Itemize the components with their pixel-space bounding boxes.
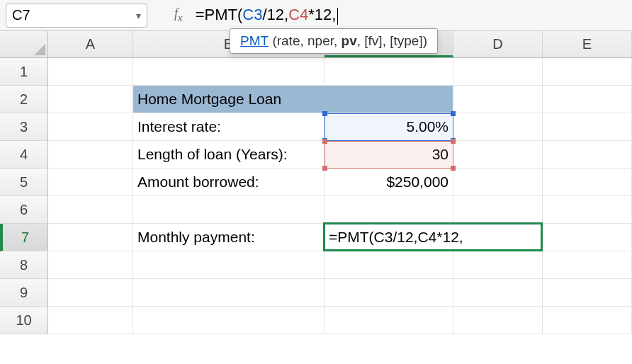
cell-D5[interactable] [453, 169, 543, 196]
active-cell-editor[interactable]: =PMT(C3/12,C4*12, [326, 225, 538, 249]
col-header-E[interactable]: E [543, 31, 632, 57]
row-header-2[interactable]: 2 [0, 86, 48, 113]
cell-A8[interactable] [48, 251, 133, 279]
name-box[interactable]: C7 ▾ [6, 4, 147, 28]
select-all-corner[interactable] [0, 31, 48, 57]
cell-C8[interactable] [325, 251, 453, 279]
cell-E2[interactable] [543, 86, 632, 113]
cell-B7[interactable]: Monthly payment: [133, 224, 325, 251]
cell-C4[interactable]: 30 [325, 141, 453, 169]
row-header-6[interactable]: 6 [0, 196, 48, 224]
cell-C10[interactable] [325, 307, 453, 334]
cell-C5[interactable]: $250,000 [325, 169, 453, 196]
cell-A3[interactable] [48, 113, 133, 141]
cell-D8[interactable] [453, 251, 543, 279]
chevron-down-icon[interactable]: ▾ [136, 10, 141, 21]
cell-A10[interactable] [48, 307, 133, 334]
row-header-3[interactable]: 3 [0, 113, 48, 141]
row-header-4[interactable]: 4 [0, 141, 48, 169]
svg-marker-0 [34, 44, 45, 55]
cell-E4[interactable] [543, 141, 632, 169]
name-box-value: C7 [12, 7, 30, 23]
formula-input[interactable]: =PMT(C3/12,C4*12, [196, 6, 626, 24]
cell-B1[interactable] [133, 58, 325, 86]
cell-D2[interactable] [453, 86, 543, 113]
cell-E5[interactable] [543, 169, 632, 196]
cell-B10[interactable] [133, 307, 325, 334]
spreadsheet: A B C D E 1 2 3 4 5 6 7 8 9 10 [0, 31, 632, 334]
cell-A9[interactable] [48, 279, 133, 307]
cell-B6[interactable] [133, 196, 325, 224]
row-header-9[interactable]: 9 [0, 279, 48, 307]
function-tooltip: PMT (rate, nper, pv, [fv], [type]) [230, 28, 438, 54]
cell-D3[interactable] [453, 113, 543, 141]
formula-bar: C7 ▾ fx =PMT(C3/12,C4*12, [0, 0, 632, 31]
cell-C6[interactable] [325, 196, 453, 224]
row-header-10[interactable]: 10 [0, 307, 48, 334]
cell-E7[interactable] [543, 224, 632, 251]
cell-A7[interactable] [48, 224, 133, 251]
fx-icon[interactable]: fx [174, 6, 183, 24]
cell-B9[interactable] [133, 279, 325, 307]
cell-E8[interactable] [543, 251, 632, 279]
row-header-8[interactable]: 8 [0, 251, 48, 279]
text-caret [337, 8, 338, 25]
cell-A5[interactable] [48, 169, 133, 196]
row-header-7[interactable]: 7 [0, 224, 48, 251]
cell-E10[interactable] [543, 307, 632, 334]
tooltip-fn-link[interactable]: PMT [240, 33, 269, 48]
cell-B2-C2-merged[interactable]: Home Mortgage Loan [133, 86, 453, 113]
select-all-triangle-icon [34, 44, 45, 55]
cell-E6[interactable] [543, 196, 632, 224]
cell-E1[interactable] [543, 58, 632, 86]
cell-D4[interactable] [453, 141, 543, 169]
row-headers: 1 2 3 4 5 6 7 8 9 10 [0, 58, 48, 334]
row-header-1[interactable]: 1 [0, 58, 48, 86]
cell-C9[interactable] [325, 279, 453, 307]
cell-E3[interactable] [543, 113, 632, 141]
cell-C1[interactable] [325, 58, 453, 86]
cell-A6[interactable] [48, 196, 133, 224]
cell-grid[interactable]: Home Mortgage Loan Interest rate: 5.00% … [48, 58, 632, 334]
cell-D10[interactable] [453, 307, 543, 334]
cell-B5[interactable]: Amount borrowed: [133, 169, 325, 196]
cell-A2[interactable] [48, 86, 133, 113]
cell-D1[interactable] [453, 58, 543, 86]
cell-A4[interactable] [48, 141, 133, 169]
cell-B3[interactable]: Interest rate: [133, 113, 325, 141]
col-header-D[interactable]: D [453, 31, 543, 57]
cell-D9[interactable] [453, 279, 543, 307]
col-header-A[interactable]: A [48, 31, 133, 57]
cell-E9[interactable] [543, 279, 632, 307]
cell-A1[interactable] [48, 58, 133, 86]
cell-D6[interactable] [453, 196, 543, 224]
cell-C3[interactable]: 5.00% [325, 113, 453, 141]
cell-B8[interactable] [133, 251, 325, 279]
cell-B4[interactable]: Length of loan (Years): [133, 141, 325, 169]
row-header-5[interactable]: 5 [0, 169, 48, 196]
